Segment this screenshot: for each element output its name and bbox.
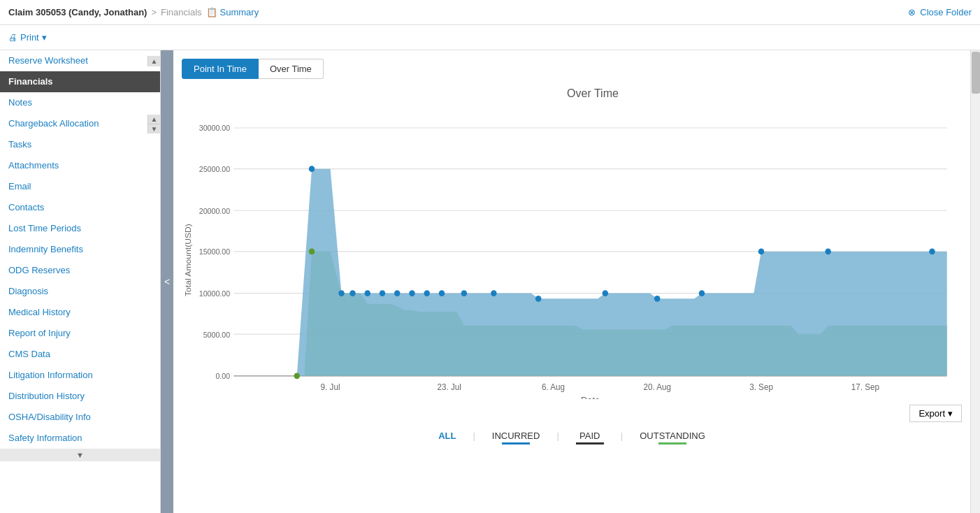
claim-title: Claim 305053 (Candy, Jonathan) bbox=[8, 7, 147, 17]
svg-point-31 bbox=[409, 290, 415, 296]
svg-text:20000.00: 20000.00 bbox=[199, 207, 230, 215]
tab-point-in-time[interactable]: Point In Time bbox=[182, 59, 259, 79]
svg-point-32 bbox=[424, 290, 430, 296]
main-layout: Reserve Worksheet ▲ Financials Notes bbox=[0, 50, 980, 513]
svg-point-33 bbox=[439, 290, 445, 296]
legend-paid-label: PAID bbox=[579, 431, 600, 441]
breadcrumb-sep1: > bbox=[151, 7, 157, 17]
svg-text:17. Sep: 17. Sep bbox=[851, 382, 880, 392]
svg-point-39 bbox=[699, 290, 705, 296]
svg-point-44 bbox=[309, 248, 315, 254]
svg-text:3. Sep: 3. Sep bbox=[749, 382, 773, 392]
svg-text:25000.00: 25000.00 bbox=[199, 165, 230, 173]
sidebar-item-distribution-history[interactable]: Distribution History bbox=[0, 386, 160, 407]
sidebar: Reserve Worksheet ▲ Financials Notes bbox=[0, 50, 161, 513]
sidebar-item-chargeback[interactable]: Chargeback Allocation bbox=[0, 113, 147, 134]
tab-bar: Point In Time Over Time bbox=[182, 59, 962, 79]
export-arrow-icon: ▾ bbox=[948, 408, 953, 419]
scroll-up-btn[interactable]: ▲ bbox=[148, 56, 160, 66]
breadcrumb-summary[interactable]: 📋 Summary bbox=[206, 7, 259, 17]
sidebar-list: Reserve Worksheet ▲ Financials Notes bbox=[0, 50, 160, 461]
legend-sep1: | bbox=[473, 431, 475, 445]
sidebar-item-contacts[interactable]: Contacts bbox=[0, 197, 160, 218]
legend-sep3: | bbox=[621, 431, 623, 445]
svg-point-34 bbox=[461, 290, 468, 296]
svg-point-41 bbox=[825, 248, 831, 254]
print-label: Print bbox=[20, 32, 39, 43]
scrollbar-thumb[interactable] bbox=[972, 52, 980, 94]
sidebar-section: Reserve Worksheet ▲ Financials Notes bbox=[0, 50, 173, 513]
svg-point-36 bbox=[535, 296, 542, 302]
svg-point-29 bbox=[380, 290, 386, 296]
legend-sep2: | bbox=[556, 431, 559, 445]
legend-all[interactable]: ALL bbox=[438, 431, 456, 445]
export-button[interactable]: Export ▾ bbox=[909, 405, 962, 422]
svg-text:6. Aug: 6. Aug bbox=[542, 382, 565, 392]
svg-point-30 bbox=[394, 290, 401, 296]
svg-point-35 bbox=[491, 290, 497, 296]
chart-footer: Export ▾ bbox=[182, 405, 962, 428]
collapse-icon: < bbox=[164, 276, 170, 287]
export-label: Export bbox=[918, 408, 945, 419]
breadcrumb: Claim 305053 (Candy, Jonathan) > Financi… bbox=[8, 7, 259, 17]
sidebar-item-osha[interactable]: OSHA/Disability Info bbox=[0, 407, 160, 428]
svg-text:20. Aug: 20. Aug bbox=[643, 382, 671, 392]
sidebar-item-litigation[interactable]: Litigation Information bbox=[0, 365, 160, 386]
legend-paid-line bbox=[576, 442, 604, 445]
sidebar-item-financials[interactable]: Financials bbox=[0, 71, 160, 92]
legend-incurred-line bbox=[502, 442, 530, 445]
svg-point-38 bbox=[654, 296, 661, 302]
sidebar-item-medical-history[interactable]: Medical History bbox=[0, 302, 160, 323]
svg-text:15000.00: 15000.00 bbox=[199, 247, 230, 256]
svg-point-26 bbox=[338, 290, 345, 296]
svg-text:10000.00: 10000.00 bbox=[199, 289, 230, 298]
svg-point-42 bbox=[929, 248, 935, 254]
close-folder-label: Close Folder bbox=[920, 7, 972, 17]
chart-wrap: Total Amount(USD) 0.00 5000.00 10000.00 … bbox=[182, 106, 962, 399]
svg-point-27 bbox=[350, 290, 356, 296]
scroll-up-btn2[interactable]: ▲ bbox=[148, 115, 160, 124]
close-folder-btn[interactable]: ⊗ Close Folder bbox=[908, 7, 972, 17]
legend-outstanding-label: OUTSTANDING bbox=[640, 431, 705, 441]
chart-svg: Total Amount(USD) 0.00 5000.00 10000.00 … bbox=[182, 106, 962, 399]
sidebar-item-reserve-worksheet[interactable]: Reserve Worksheet bbox=[0, 50, 147, 71]
sidebar-item-report-of-injury[interactable]: Report of Injury bbox=[0, 323, 160, 344]
scroll-down-indicator[interactable]: ▼ bbox=[0, 449, 160, 461]
sidebar-item-tasks[interactable]: Tasks bbox=[0, 134, 160, 155]
summary-label: Summary bbox=[220, 7, 259, 17]
second-bar: 🖨 Print ▾ bbox=[0, 25, 980, 50]
sidebar-item-notes[interactable]: Notes bbox=[0, 92, 160, 113]
sidebar-item-odg[interactable]: ODG Reserves bbox=[0, 260, 160, 281]
sidebar-item-cms-data[interactable]: CMS Data bbox=[0, 344, 160, 365]
svg-point-43 bbox=[294, 373, 300, 379]
legend-incurred[interactable]: INCURRED bbox=[492, 431, 540, 445]
chart-legend: ALL | INCURRED | PAID | OUTSTANDING bbox=[182, 431, 962, 445]
legend-paid[interactable]: PAID bbox=[576, 431, 604, 445]
tab-over-time[interactable]: Over Time bbox=[259, 59, 324, 79]
sidebar-item-safety[interactable]: Safety Information bbox=[0, 428, 160, 449]
svg-point-25 bbox=[309, 166, 315, 172]
legend-incurred-label: INCURRED bbox=[492, 431, 540, 441]
legend-all-label: ALL bbox=[438, 431, 456, 441]
sidebar-item-indemnity[interactable]: Indemnity Benefits bbox=[0, 239, 160, 260]
svg-text:0.00: 0.00 bbox=[215, 372, 230, 380]
print-icon: 🖨 bbox=[8, 32, 17, 43]
sidebar-item-diagnosis[interactable]: Diagnosis bbox=[0, 281, 160, 302]
print-button[interactable]: 🖨 Print ▾ bbox=[8, 32, 47, 43]
scroll-down-btn[interactable]: ▼ bbox=[148, 124, 160, 133]
svg-text:9. Jul: 9. Jul bbox=[321, 382, 340, 392]
sidebar-item-email[interactable]: Email bbox=[0, 176, 160, 197]
svg-text:30000.00: 30000.00 bbox=[199, 124, 230, 132]
chart-title: Over Time bbox=[224, 87, 962, 100]
top-bar: Claim 305053 (Candy, Jonathan) > Financi… bbox=[0, 0, 980, 25]
svg-text:5000.00: 5000.00 bbox=[203, 330, 230, 338]
sidebar-item-attachments[interactable]: Attachments bbox=[0, 155, 160, 176]
print-dropdown-arrow: ▾ bbox=[42, 32, 47, 43]
sidebar-collapse-btn[interactable]: < bbox=[161, 50, 173, 513]
right-scrollbar[interactable] bbox=[970, 50, 980, 513]
legend-outstanding[interactable]: OUTSTANDING bbox=[640, 431, 705, 445]
svg-text:23. Jul: 23. Jul bbox=[437, 382, 461, 392]
svg-point-28 bbox=[364, 290, 370, 296]
close-folder-icon: ⊗ bbox=[908, 7, 916, 17]
sidebar-item-lost-time[interactable]: Lost Time Periods bbox=[0, 218, 160, 239]
